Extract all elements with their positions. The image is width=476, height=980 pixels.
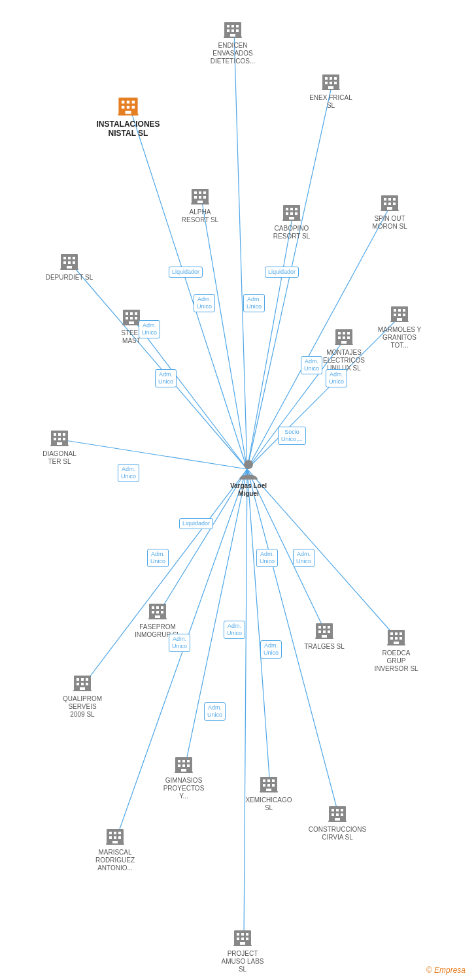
node-instalaciones[interactable]: INSTALACIONES NISTAL SL	[102, 95, 154, 139]
svg-line-15	[185, 469, 247, 766]
svg-rect-130	[81, 678, 84, 681]
svg-rect-125	[161, 611, 163, 613]
svg-rect-82	[60, 269, 78, 270]
svg-rect-118	[50, 445, 69, 446]
svg-rect-88	[130, 317, 133, 319]
svg-rect-148	[395, 632, 398, 635]
node-montajes[interactable]: MONTAJES ELECTRICOS UNILUX SL	[318, 327, 370, 372]
node-label-diagonal: DIAGONAL TER SL	[42, 450, 76, 466]
svg-rect-175	[336, 809, 339, 811]
node-tralges[interactable]: TRALGES SL	[298, 621, 350, 651]
svg-rect-139	[323, 626, 326, 629]
svg-rect-80	[73, 261, 75, 264]
svg-rect-42	[122, 106, 125, 109]
svg-line-0	[234, 31, 247, 469]
node-label-instalaciones: INSTALACIONES NISTAL SL	[96, 120, 160, 139]
svg-rect-136	[73, 690, 92, 691]
center-label: Vargas Loel Miguel	[230, 482, 267, 498]
svg-rect-151	[395, 637, 398, 640]
svg-rect-147	[390, 632, 393, 635]
node-mariscal[interactable]: MARISCAL RODRIGUEZ ANTONIO...	[89, 826, 141, 872]
node-label-spinout: SPIN OUT MORON SL	[372, 215, 407, 231]
svg-rect-177	[332, 813, 334, 816]
svg-rect-140	[328, 626, 330, 629]
node-roedca[interactable]: ROEDCA GRUP INVERSOR SL	[370, 627, 422, 673]
svg-rect-185	[118, 832, 121, 834]
svg-rect-60	[194, 196, 197, 199]
svg-rect-89	[135, 317, 137, 319]
node-endicen[interactable]: ENDICEN ENVASADOS DIETETICOS...	[207, 20, 259, 65]
svg-rect-120	[152, 606, 154, 609]
svg-rect-49	[388, 198, 391, 201]
svg-rect-57	[194, 191, 197, 194]
svg-rect-172	[260, 791, 278, 792]
node-alpha[interactable]: ALPHA RESORT SL	[174, 186, 226, 224]
svg-line-12	[84, 469, 247, 685]
node-label-endicen: ENDICEN ENVASADOS DIETETICOS...	[211, 42, 255, 65]
node-construccions[interactable]: CONSTRUCCIONS CIRVIA SL	[311, 804, 364, 841]
node-spinout[interactable]: SPIN OUT MORON SL	[364, 193, 416, 231]
svg-rect-122	[161, 606, 163, 609]
network-graph: ENDICEN ENVASADOS DIETETICOS... ENEX FRI…	[0, 0, 476, 980]
building-icon	[105, 826, 126, 847]
svg-rect-150	[390, 637, 393, 640]
svg-rect-44	[132, 106, 135, 109]
svg-rect-158	[187, 760, 190, 762]
node-marmoles[interactable]: MARMOLES Y GRANITOS TOT...	[373, 304, 426, 350]
node-label-depurdiet: DEPURDIET SL	[46, 274, 94, 282]
node-qualiprom[interactable]: QUALIPROM SERVEIS 2009 SL	[56, 673, 109, 719]
svg-rect-48	[384, 198, 386, 201]
svg-rect-55	[381, 210, 399, 211]
svg-rect-62	[203, 196, 206, 199]
svg-rect-123	[152, 611, 154, 613]
svg-rect-85	[130, 312, 133, 315]
node-depurdiet[interactable]: DEPURDIET SL	[43, 252, 95, 282]
svg-rect-161	[187, 764, 190, 767]
svg-rect-132	[76, 683, 79, 685]
svg-rect-197	[246, 938, 248, 940]
node-label-construccions: CONSTRUCCIONS CIRVIA SL	[309, 826, 366, 841]
node-xemichicago[interactable]: XEMICHICAGO SL	[243, 774, 295, 812]
svg-rect-96	[394, 314, 396, 316]
svg-rect-87	[126, 317, 128, 319]
svg-rect-53	[393, 203, 396, 205]
svg-line-10	[61, 440, 247, 469]
svg-rect-192	[237, 933, 239, 936]
svg-rect-179	[341, 813, 343, 816]
building-icon	[72, 673, 93, 694]
svg-rect-64	[191, 203, 209, 204]
building-icon	[386, 627, 407, 648]
svg-line-2	[129, 106, 247, 469]
svg-rect-143	[328, 630, 330, 633]
node-label-marmoles: MARMOLES Y GRANITOS TOT...	[378, 326, 422, 350]
svg-rect-111	[54, 433, 56, 436]
node-project[interactable]: PROJECT AMUSO LABS SL	[216, 928, 269, 973]
svg-rect-43	[127, 106, 130, 109]
svg-line-6	[71, 263, 247, 469]
node-gimnasios[interactable]: GIMNASIOS PROYECTOS Y...	[158, 755, 210, 800]
node-enex[interactable]: ENEX FRICAL SL	[305, 72, 357, 110]
badge-b_diagonal: Adm. Unico	[118, 464, 139, 482]
svg-rect-59	[203, 191, 206, 194]
svg-rect-138	[318, 626, 321, 629]
svg-rect-184	[114, 832, 116, 834]
svg-rect-193	[241, 933, 244, 936]
svg-rect-163	[175, 772, 193, 773]
svg-rect-26	[236, 29, 239, 32]
svg-rect-91	[122, 324, 141, 325]
badge-b_liq_below: Liquidador	[179, 518, 213, 529]
badge-b_cabopino_liq: Liquidador	[265, 267, 299, 278]
center-person-node[interactable]: Vargas Loel Miguel	[222, 457, 275, 498]
svg-rect-93	[394, 309, 396, 312]
svg-rect-170	[272, 784, 275, 787]
node-diagonal[interactable]: DIAGONAL TER SL	[33, 428, 86, 466]
svg-rect-94	[398, 309, 401, 312]
building-icon	[173, 755, 194, 776]
svg-line-19	[244, 469, 247, 939]
svg-rect-165	[263, 779, 265, 782]
node-label-alpha: ALPHA RESORT SL	[182, 208, 218, 224]
node-cabopino[interactable]: CABOPINO RESORT SL	[265, 203, 318, 240]
svg-rect-188	[118, 836, 121, 839]
svg-rect-39	[122, 101, 125, 104]
svg-rect-32	[334, 77, 337, 80]
